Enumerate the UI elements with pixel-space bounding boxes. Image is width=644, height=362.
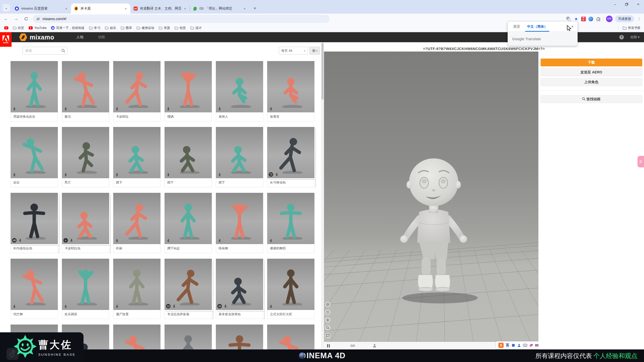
- reload-button[interactable]: [22, 15, 30, 23]
- animation-card[interactable]: 跳下: [165, 127, 212, 187]
- animation-card[interactable]: ≡卡波耶拉包: [62, 193, 109, 253]
- tab-youdao[interactable]: yd 有道翻译 文本、文档、网页、 ×: [130, 4, 190, 14]
- orbit-icon[interactable]: [325, 302, 331, 307]
- page-size-select[interactable]: 每页 48 ∨: [279, 47, 308, 55]
- profile-avatar[interactable]: 佐阳: [606, 16, 613, 22]
- animation-card-partial[interactable]: [267, 325, 314, 349]
- animation-thumbnail[interactable]: [165, 193, 212, 244]
- animation-thumbnail[interactable]: [216, 325, 263, 349]
- sogou-logo-icon[interactable]: S: [498, 343, 504, 348]
- animation-card-partial[interactable]: [113, 325, 160, 349]
- animation-card[interactable]: 嘲讽: [165, 61, 212, 121]
- bookmark-star-icon[interactable]: ★: [574, 16, 579, 21]
- bookmark-item[interactable]: [2, 25, 11, 31]
- animation-card-partial[interactable]: [165, 325, 212, 349]
- animation-card[interactable]: 僵尸放置: [113, 259, 160, 319]
- google-translate-icon[interactable]: 文G: [566, 16, 571, 21]
- animation-card[interactable]: 13专业近战斧套装: [165, 259, 212, 319]
- bookmark-item[interactable]: 娱乐: [103, 25, 118, 31]
- comment-icon[interactable]: [325, 333, 331, 338]
- bookmark-item[interactable]: YouTube: [26, 25, 49, 31]
- bookmark-item[interactable]: 设计: [188, 25, 204, 31]
- tab-search-button[interactable]: ⌄: [3, 4, 10, 12]
- browser-menu-icon[interactable]: ⋮: [637, 17, 641, 21]
- animation-thumbnail[interactable]: [267, 325, 314, 349]
- animation-card[interactable]: 72长弓移动包: [267, 127, 314, 187]
- animation-thumbnail[interactable]: [11, 259, 58, 310]
- find-animation-button[interactable]: 查找动画: [541, 95, 642, 103]
- animation-card[interactable]: 傻傻的舞蹈: [267, 193, 314, 253]
- bookmark-item[interactable]: 资源: [156, 25, 172, 31]
- animation-thumbnail[interactable]: [11, 127, 58, 178]
- rotate-icon[interactable]: [325, 309, 331, 315]
- tab-close-icon[interactable]: ×: [183, 7, 187, 11]
- catalog-scrollbar[interactable]: [321, 42, 324, 349]
- animation-card[interactable]: 用旋转推击反应: [11, 61, 58, 121]
- nav-characters[interactable]: 人物: [76, 35, 83, 39]
- animation-card[interactable]: 老闲人: [216, 61, 263, 121]
- extension-icon-blue[interactable]: [588, 17, 593, 21]
- animation-thumbnail[interactable]: 72: [267, 127, 314, 178]
- animation-card[interactable]: 立式火炬灯火炬: [267, 259, 314, 319]
- send-to-aero-button[interactable]: 发送至 AERO: [541, 68, 642, 76]
- animation-thumbnail[interactable]: [113, 127, 160, 178]
- pan-icon[interactable]: [325, 317, 331, 323]
- zoom-icon[interactable]: [325, 325, 331, 331]
- animation-card[interactable]: 16基本射击游戏包: [216, 259, 263, 319]
- animation-thumbnail[interactable]: [267, 259, 314, 310]
- animation-thumbnail[interactable]: [165, 61, 212, 112]
- tab-mixamo-active[interactable]: 米卡莫 ×: [71, 4, 130, 14]
- scrollbar-thumb[interactable]: [321, 43, 324, 100]
- animation-thumbnail[interactable]: [165, 325, 212, 349]
- animation-thumbnail[interactable]: 16: [216, 259, 263, 310]
- nav-animations[interactable]: 动画: [98, 35, 105, 39]
- ime-mode-label[interactable]: 英: [506, 343, 509, 348]
- animation-thumbnail[interactable]: [113, 259, 160, 310]
- animation-card[interactable]: 欢乐跳跃: [62, 259, 109, 319]
- animation-card[interactable]: 卡波耶拉: [113, 61, 160, 121]
- bookmark-item[interactable]: 创意: [172, 25, 188, 31]
- animation-thumbnail[interactable]: [62, 259, 109, 310]
- ime-person-icon[interactable]: [517, 343, 521, 347]
- animation-card[interactable]: 败北: [62, 61, 109, 121]
- minimize-button[interactable]: –: [609, 0, 621, 9]
- animation-thumbnail[interactable]: ≡: [62, 193, 109, 244]
- pause-button[interactable]: [327, 344, 330, 347]
- animation-thumbnail[interactable]: [62, 61, 109, 112]
- animation-card[interactable]: 49剑与盾组合包: [11, 193, 58, 253]
- bookmark-item[interactable]: 图库: [118, 25, 134, 31]
- translate-extension-icon[interactable]: 中A: [581, 17, 586, 21]
- tab-close-icon[interactable]: ×: [243, 7, 247, 11]
- mixamo-logo-icon[interactable]: [19, 33, 27, 41]
- all-bookmarks[interactable]: 所有书签: [618, 26, 640, 30]
- animation-card[interactable]: 伦巴舞: [11, 259, 58, 319]
- search-box[interactable]: [23, 47, 67, 55]
- translate-float-button[interactable]: 文: [637, 156, 644, 167]
- back-button[interactable]: ←: [2, 15, 10, 23]
- restore-button[interactable]: [621, 0, 632, 9]
- animation-thumbnail[interactable]: 49: [11, 193, 58, 244]
- tab-mixamo-baidu[interactable]: mixamo 百度搜索 ×: [12, 4, 71, 14]
- tab-theory[interactable]: 03: 「理论」网站绑定 ×: [190, 4, 249, 14]
- download-button[interactable]: 下载: [541, 59, 642, 66]
- user-menu[interactable]: 佐阳 ▾: [630, 35, 639, 39]
- animation-thumbnail[interactable]: [267, 193, 314, 244]
- help-icon[interactable]: ?: [619, 35, 624, 39]
- translate-source-tab[interactable]: 英语: [510, 22, 524, 32]
- animation-card[interactable]: 祈祷: [113, 193, 160, 253]
- url-bar[interactable]: mixamo.com/#/: [33, 15, 330, 23]
- animation-thumbnail[interactable]: [62, 127, 109, 178]
- mixamo-brand[interactable]: mixamo: [30, 34, 54, 41]
- animation-thumbnail[interactable]: [113, 325, 160, 349]
- ime-pen-icon[interactable]: [511, 343, 515, 347]
- animation-card[interactable]: 跳下: [216, 127, 263, 187]
- close-window-button[interactable]: ×: [632, 0, 644, 9]
- animation-thumbnail[interactable]: [113, 193, 160, 244]
- settings-gear-button[interactable]: ▾: [309, 47, 320, 55]
- ime-skin-icon[interactable]: [529, 343, 533, 347]
- translate-target-tab[interactable]: 中文（简体）: [524, 22, 551, 32]
- animation-card[interactable]: 嘻哈舞: [216, 193, 263, 253]
- upload-character-button[interactable]: 上传角色: [541, 78, 642, 86]
- ime-tools-icon[interactable]: [535, 343, 538, 347]
- tab-close-icon[interactable]: ×: [64, 7, 68, 11]
